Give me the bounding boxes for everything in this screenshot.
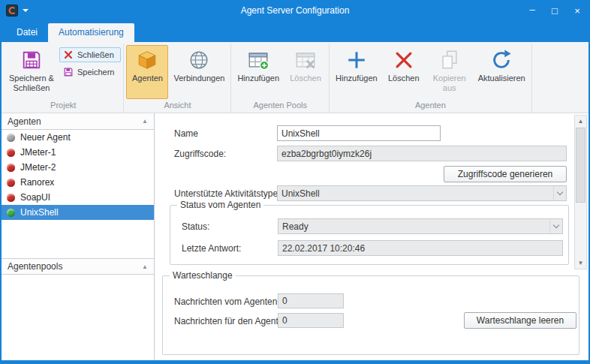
ribbon-group-label-agenten-pools: Agenten Pools [233,100,327,113]
save-and-close-button[interactable]: Speichern & Schließen [5,45,58,99]
status-dot-red-icon [7,149,15,157]
agents-list-header-label: Agenten [8,116,41,127]
status-combo: Ready [278,218,563,234]
queue-groupbox: Warteschlange Nachrichten vom Agenten: N… [162,275,579,355]
save-disk-icon [20,49,43,71]
status-dot-red-icon [7,194,15,202]
close-x-icon [63,50,74,60]
pool-add-button[interactable]: Hinzufügen [233,45,283,99]
titlebar: Agent Server Configuration – □ × [2,0,588,21]
agent-name: JMeter-2 [20,162,56,173]
activity-types-combo: UnixShell [277,185,567,201]
vertical-scrollbar[interactable]: ▲ ▼ [574,115,587,269]
status-dot-gray-icon [7,134,15,142]
last-response-label: Letzte Antwort: [182,243,241,254]
access-code-label: Zugriffscode: [174,149,226,159]
name-label: Name [174,128,198,139]
close-project-label: Schließen [77,50,114,59]
status-groupbox-legend: Status vom Agenten [177,200,263,210]
agents-view-button[interactable]: Agenten [126,45,168,99]
name-input[interactable] [277,125,441,141]
agent-cube-icon [136,49,158,71]
agent-name: Neuer Agent [20,132,71,143]
close-button[interactable]: × [566,0,588,21]
messages-for-agent-input [278,313,344,328]
globe-icon [188,49,210,71]
ribbon-group-label-projekt: Projekt [5,100,121,113]
access-code-input[interactable] [277,146,567,161]
copy-from-button[interactable]: Kopieren aus [426,45,473,99]
sidebar: Agenten ▲ Neuer Agent JMeter-1 JMeter-2 … [2,113,155,360]
ribbon-group-agenten-pools: Hinzufügen Löschen Agenten Pools [231,44,330,113]
generate-access-code-button[interactable]: Zugriffscode generieren [444,166,567,182]
maximize-button[interactable]: □ [543,0,566,21]
status-label: Status: [182,221,209,232]
window-controls: – □ × [521,0,588,21]
refresh-label: Aktualisieren [478,74,525,83]
scrollbar-thumb[interactable] [576,128,585,203]
agent-add-button[interactable]: Hinzufügen [332,45,381,99]
window-title: Agent Server Configuration [2,5,588,16]
agent-delete-label: Löschen [388,74,420,83]
sort-ascending-icon: ▲ [142,118,148,125]
list-item-agent[interactable]: JMeter-2 [2,160,154,175]
pools-list-header-label: Agentenpools [8,261,62,272]
table-add-icon [247,49,269,71]
close-icon: × [574,5,580,17]
agent-add-label: Hinzufügen [336,74,378,83]
quick-access-caret-icon[interactable] [18,0,33,21]
sort-ascending-icon: ▲ [142,263,148,270]
messages-from-agent-input [278,293,344,308]
connections-view-label: Verbindungen [173,74,224,83]
agents-view-label: Agenten [132,74,163,83]
scroll-down-button[interactable]: ▼ [575,257,586,269]
list-item-agent-selected[interactable]: UnixShell [2,205,154,220]
save-and-close-label-line2: Schließen [14,83,50,93]
clear-queue-button[interactable]: Warteschlange leeren [464,312,576,329]
queue-groupbox-legend: Warteschlange [170,270,236,281]
messages-for-agent-label: Nachrichten für den Agenten: [174,316,290,326]
close-project-button[interactable]: Schließen [59,47,122,62]
agents-list-header[interactable]: Agenten ▲ [2,113,154,130]
plus-icon [345,49,368,71]
pools-list-header[interactable]: Agentenpools ▲ [2,258,154,275]
agent-detail-panel: Name Zugriffscode: Zugriffscode generier… [155,113,588,360]
messages-from-agent-label: Nachrichten vom Agenten: [174,296,280,307]
app-window: Agent Server Configuration – □ × Datei A… [0,0,590,364]
activity-types-label: Unterstützte Aktivitätstypen: [174,188,285,199]
maximize-icon: □ [552,5,558,17]
connections-view-button[interactable]: Verbindungen [170,45,228,99]
chevron-down-icon [549,219,562,233]
status-groupbox: Status vom Agenten Status: Ready Letzte … [170,205,569,265]
list-item-agent[interactable]: Ranorex [2,175,154,190]
ribbon-group-label-ansicht: Ansicht [126,100,228,113]
status-dot-red-icon [7,179,15,187]
tab-datei[interactable]: Datei [6,23,48,42]
agent-delete-button[interactable]: Löschen [383,45,425,99]
status-dot-green-icon [7,209,15,217]
refresh-button[interactable]: Aktualisieren [474,45,529,99]
ribbon-group-projekt: Speichern & Schließen Schließen [3,44,124,113]
ribbon-group-agenten: Hinzufügen Löschen [330,44,532,113]
list-item-agent[interactable]: JMeter-1 [2,145,154,160]
copy-pages-icon [438,49,461,71]
list-item-agent[interactable]: Neuer Agent [2,130,154,145]
tab-automatisierung[interactable]: Automatisierung [48,23,134,42]
pool-delete-button[interactable]: Löschen [284,45,327,99]
window-body: Agenten ▲ Neuer Agent JMeter-1 JMeter-2 … [2,113,588,360]
table-delete-icon [294,49,317,71]
chevron-down-icon [553,186,566,200]
list-item-agent[interactable]: SoapUI [2,190,154,205]
last-response-input [278,240,563,256]
ribbon-group-ansicht: Agenten Verbindungen Ansicht [124,44,231,113]
scroll-up-button[interactable]: ▲ [575,116,586,127]
agent-name: JMeter-1 [20,147,56,158]
scroll-up-icon: ▲ [578,118,584,125]
status-dot-red-icon [7,164,15,172]
minimize-button[interactable]: – [521,0,543,21]
save-button[interactable]: Speichern [59,65,122,80]
ribbon: Speichern & Schließen Schließen [2,42,588,113]
ribbon-group-label-agenten: Agenten [332,100,529,113]
copy-from-label: Kopieren aus [430,74,469,93]
app-logo-icon [6,5,18,17]
